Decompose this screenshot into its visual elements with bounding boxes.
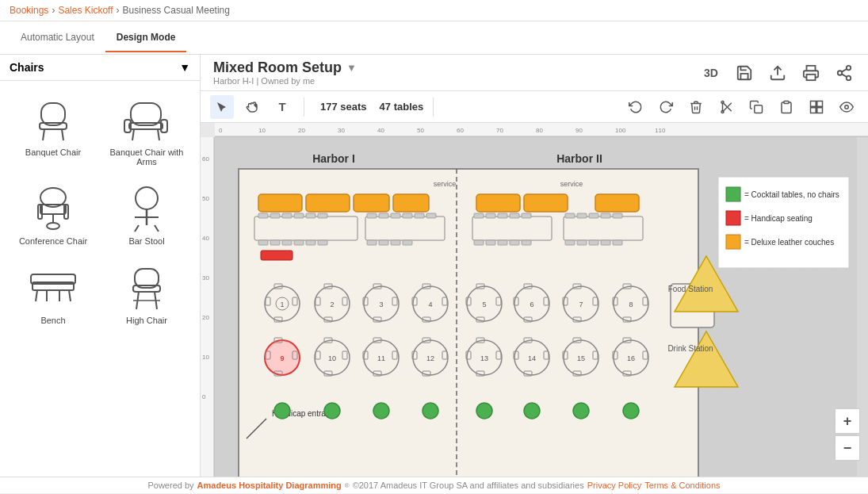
copy-button[interactable] bbox=[744, 95, 768, 119]
canvas-wrapper[interactable]: 0 10 20 30 40 50 60 70 80 90 100 110 bbox=[201, 123, 868, 477]
svg-rect-83 bbox=[393, 194, 429, 212]
list-item[interactable]: Banquet Chair with Arms bbox=[100, 87, 193, 176]
canvas-content[interactable]: Harbor I Harbor II service service bbox=[215, 137, 868, 477]
undo-button[interactable] bbox=[624, 95, 648, 119]
seat-count: 177 seats bbox=[320, 101, 367, 113]
svg-text:Harbor II: Harbor II bbox=[556, 152, 602, 165]
share-icon[interactable] bbox=[833, 62, 855, 84]
breadcrumb-current: Business Casual Meeting bbox=[123, 5, 230, 16]
left-panel: Chairs ▼ Banquet Chair bbox=[0, 55, 201, 477]
cut-button[interactable] bbox=[714, 95, 738, 119]
svg-text:90: 90 bbox=[575, 127, 583, 134]
bar-stool-icon bbox=[123, 186, 170, 233]
print-icon[interactable] bbox=[800, 62, 822, 84]
svg-rect-4 bbox=[131, 103, 161, 125]
svg-rect-88 bbox=[258, 213, 268, 218]
svg-rect-80 bbox=[258, 194, 302, 212]
svg-rect-106 bbox=[426, 213, 436, 218]
svg-rect-113 bbox=[486, 213, 495, 218]
svg-text:70: 70 bbox=[496, 127, 503, 134]
svg-rect-107 bbox=[367, 240, 377, 245]
tab-design[interactable]: Design Mode bbox=[105, 24, 187, 52]
svg-point-244 bbox=[573, 403, 589, 419]
svg-rect-91 bbox=[294, 213, 304, 218]
svg-rect-122 bbox=[564, 216, 643, 240]
svg-rect-100 bbox=[365, 216, 445, 240]
zoom-out-button[interactable]: − bbox=[835, 435, 860, 461]
3d-button[interactable]: 3D bbox=[700, 62, 722, 84]
svg-rect-117 bbox=[474, 240, 484, 245]
dropdown-arrow-icon[interactable]: ▼ bbox=[346, 62, 357, 74]
eye-button[interactable] bbox=[835, 95, 858, 119]
svg-point-15 bbox=[47, 223, 59, 229]
footer-powered: Powered by bbox=[147, 481, 193, 490]
svg-point-34 bbox=[847, 65, 851, 70]
svg-rect-93 bbox=[318, 213, 327, 218]
svg-rect-95 bbox=[270, 240, 280, 245]
zoom-controls: + − bbox=[835, 408, 860, 461]
svg-text:20: 20 bbox=[298, 127, 305, 134]
svg-rect-121 bbox=[522, 240, 531, 245]
svg-rect-126 bbox=[601, 213, 610, 218]
svg-rect-125 bbox=[589, 213, 598, 218]
select-tool[interactable] bbox=[210, 95, 234, 119]
svg-text:10: 10 bbox=[202, 354, 209, 361]
save-icon[interactable] bbox=[733, 62, 755, 84]
svg-text:6: 6 bbox=[530, 301, 533, 308]
paste-button[interactable] bbox=[774, 95, 798, 119]
svg-text:10: 10 bbox=[328, 354, 336, 362]
svg-point-242 bbox=[476, 403, 492, 419]
svg-rect-128 bbox=[565, 240, 575, 245]
list-item[interactable]: Banquet Chair bbox=[6, 87, 100, 176]
svg-rect-97 bbox=[294, 240, 304, 245]
svg-point-35 bbox=[838, 71, 843, 75]
footer-privacy-link[interactable]: Privacy Policy bbox=[587, 481, 641, 490]
svg-text:40: 40 bbox=[202, 235, 209, 242]
svg-text:= Handicap seating: = Handicap seating bbox=[744, 214, 813, 223]
chair-label: Banquet Chair with Arms bbox=[106, 147, 187, 167]
svg-text:80: 80 bbox=[536, 127, 543, 134]
diagram-location: Harbor H-I bbox=[213, 76, 254, 86]
list-item[interactable]: Bench bbox=[6, 255, 100, 335]
svg-rect-130 bbox=[589, 240, 598, 245]
svg-line-8 bbox=[132, 129, 134, 140]
redo-button[interactable] bbox=[654, 95, 678, 119]
zoom-in-button[interactable]: + bbox=[835, 408, 860, 434]
list-item[interactable]: Conference Chair bbox=[6, 176, 100, 255]
list-item[interactable]: High Chair bbox=[100, 255, 193, 335]
svg-rect-127 bbox=[613, 213, 622, 218]
chair-label: Bar Stool bbox=[128, 236, 164, 246]
svg-text:100: 100 bbox=[615, 127, 626, 134]
svg-rect-45 bbox=[784, 101, 789, 103]
bench-icon bbox=[29, 265, 77, 312]
export-icon[interactable] bbox=[767, 62, 789, 84]
list-item[interactable]: Bar Stool bbox=[100, 176, 193, 255]
breadcrumb: Bookings › Sales Kickoff › Business Casu… bbox=[0, 0, 868, 21]
table-count: 47 tables bbox=[380, 101, 424, 113]
svg-rect-132 bbox=[613, 240, 622, 245]
svg-text:Drink Station: Drink Station bbox=[667, 344, 713, 353]
svg-text:50: 50 bbox=[202, 195, 209, 202]
chevron-down-icon: ▼ bbox=[179, 61, 190, 74]
svg-text:1: 1 bbox=[280, 301, 284, 308]
breadcrumb-sales-kickoff[interactable]: Sales Kickoff bbox=[58, 5, 113, 16]
svg-rect-105 bbox=[415, 213, 424, 218]
svg-text:service: service bbox=[434, 180, 457, 188]
breadcrumb-bookings[interactable]: Bookings bbox=[10, 5, 48, 16]
group-button[interactable] bbox=[805, 95, 828, 119]
text-tool[interactable]: T bbox=[270, 95, 294, 119]
svg-point-240 bbox=[373, 403, 389, 419]
svg-text:20: 20 bbox=[202, 314, 209, 321]
svg-text:5: 5 bbox=[482, 301, 486, 308]
svg-rect-46 bbox=[811, 101, 816, 106]
delete-button[interactable] bbox=[684, 95, 708, 119]
pan-tool[interactable] bbox=[240, 95, 264, 119]
svg-point-243 bbox=[524, 403, 540, 419]
svg-rect-133 bbox=[261, 251, 293, 260]
diagram-action-icons: 3D bbox=[700, 62, 855, 84]
tab-automatic[interactable]: Automatic Layout bbox=[10, 24, 105, 52]
svg-rect-11 bbox=[40, 205, 66, 214]
svg-rect-33 bbox=[807, 74, 816, 79]
category-dropdown[interactable]: Chairs ▼ bbox=[0, 55, 200, 81]
footer-terms-link[interactable]: Terms & Conditions bbox=[644, 481, 720, 490]
